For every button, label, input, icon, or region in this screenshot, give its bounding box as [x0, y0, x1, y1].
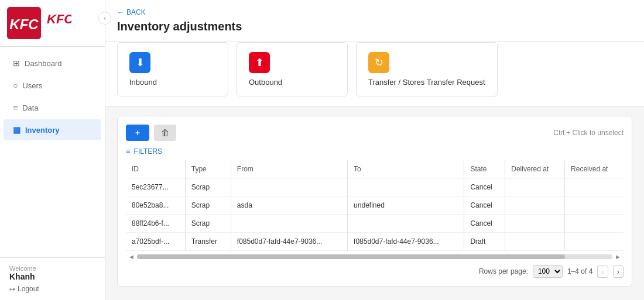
sidebar: KFC KFC ⊞ Dashboard ○ Users ≡ Data ▦ Inv… [0, 0, 105, 300]
cell-delivered [505, 178, 565, 196]
inbound-icon: ⬇ [129, 52, 150, 73]
inventory-icon: ▦ [13, 125, 20, 135]
cell-delivered [505, 233, 565, 251]
cell-state: Draft [464, 233, 505, 251]
back-label: BACK [126, 8, 146, 16]
cell-to: f085d0d7-fafd-44e7-9036... [348, 233, 464, 251]
sidebar-item-users[interactable]: ○ Users [4, 75, 101, 96]
scroll-right-arrow[interactable]: ► [612, 253, 624, 260]
scroll-left-arrow[interactable]: ◄ [126, 253, 137, 260]
delete-button[interactable]: 🗑 [154, 125, 176, 141]
back-arrow-icon: ← [117, 8, 124, 16]
col-id: ID [126, 160, 185, 178]
main-header: ← BACK Inventory adjustments [105, 0, 644, 42]
table-row[interactable]: a7025bdf-... Transfer f085d0d7-fafd-44e7… [126, 233, 624, 251]
rows-per-page-select[interactable]: 100 50 25 [533, 265, 563, 278]
users-icon: ○ [13, 81, 18, 90]
cell-type: Transfer [185, 233, 231, 251]
cell-id: 5ec23677... [126, 178, 185, 196]
ctrl-hint: Ctrl + Click to unselect [553, 129, 624, 137]
chevron-left-icon: ‹ [104, 15, 106, 22]
table-row[interactable]: 88ff24b6-f... Scrap Cancel [126, 215, 624, 233]
cell-delivered [505, 196, 565, 215]
sidebar-collapse-button[interactable]: ‹ [98, 12, 111, 25]
cell-received [565, 215, 624, 233]
cell-from: asda [231, 196, 347, 215]
prev-page-button[interactable]: ‹ [597, 265, 608, 278]
filters-label: FILTERS [134, 147, 162, 156]
data-icon: ≡ [13, 103, 18, 112]
svg-text:KFC: KFC [47, 12, 71, 26]
cell-from [231, 215, 347, 233]
sidebar-item-label: Dashboard [25, 59, 62, 68]
table-row[interactable]: 5ec23677... Scrap Cancel [126, 178, 624, 196]
table-row[interactable]: 80e52ba8... Scrap asda undefined Cancel [126, 196, 624, 215]
cell-state: Cancel [464, 215, 505, 233]
sidebar-item-label: Users [22, 81, 42, 90]
outbound-icon: ⬆ [249, 52, 270, 73]
filters-row[interactable]: ≡ FILTERS [126, 147, 624, 156]
logout-icon: ↦ [9, 285, 15, 293]
transfer-icon: ↻ [368, 52, 389, 73]
cell-from: f085d0d7-fafd-44e7-9036... [231, 233, 347, 251]
add-button[interactable]: + [126, 125, 149, 141]
filter-icon: ≡ [126, 147, 131, 156]
pagination: Rows per page: 100 50 25 1–4 of 4 ‹ › [126, 265, 624, 278]
next-page-button[interactable]: › [613, 265, 624, 278]
cell-type: Scrap [185, 178, 231, 196]
card-outbound-label: Outbound [249, 78, 282, 87]
sidebar-item-label: Data [22, 104, 38, 112]
card-transfer-label: Transfer / Stores Transfer Request [368, 78, 485, 87]
cell-id: a7025bdf-... [126, 233, 185, 251]
main-content: ← BACK Inventory adjustments ⬇ Inbound ⬆… [105, 0, 644, 300]
scroll-thumb [137, 254, 565, 259]
cell-state: Cancel [464, 178, 505, 196]
sidebar-nav: ⊞ Dashboard ○ Users ≡ Data ▦ Inventory [0, 47, 105, 257]
col-received: Received at [565, 160, 624, 178]
content-area: + 🗑 Ctrl + Click to unselect ≡ FILTERS I… [105, 106, 644, 300]
cards-row: ⬇ Inbound ⬆ Outbound ↻ Transfer / Stores… [105, 42, 644, 106]
scroll-bar[interactable] [137, 254, 612, 259]
logout-button[interactable]: ↦ Logout [9, 285, 95, 293]
card-inbound[interactable]: ⬇ Inbound [117, 42, 228, 96]
page-title: Inventory adjustments [117, 20, 632, 33]
cell-received [565, 196, 624, 215]
col-state: State [464, 160, 505, 178]
card-transfer[interactable]: ↻ Transfer / Stores Transfer Request [356, 42, 498, 96]
cell-type: Scrap [185, 196, 231, 215]
kfc-logo: KFC KFC [7, 7, 71, 39]
logout-label: Logout [18, 285, 39, 293]
sidebar-item-inventory[interactable]: ▦ Inventory [4, 119, 101, 140]
cell-received [565, 178, 624, 196]
dashboard-icon: ⊞ [13, 58, 20, 68]
cell-delivered [505, 215, 565, 233]
cell-to [348, 178, 464, 196]
table-wrap: ID Type From To State Delivered at Recei… [126, 160, 624, 251]
cell-id: 80e52ba8... [126, 196, 185, 215]
col-to: To [348, 160, 464, 178]
scroll-bar-row: ◄ ► [126, 253, 624, 260]
pagination-range: 1–4 of 4 [567, 267, 592, 275]
cell-received [565, 233, 624, 251]
cell-state: Cancel [464, 196, 505, 215]
toolbar-left: + 🗑 [126, 125, 176, 141]
cell-from [231, 178, 347, 196]
cell-id: 88ff24b6-f... [126, 215, 185, 233]
user-name: Khanh [9, 272, 95, 281]
content-box: + 🗑 Ctrl + Click to unselect ≡ FILTERS I… [117, 116, 632, 287]
rows-per-page-label: Rows per page: [479, 267, 528, 275]
col-type: Type [185, 160, 231, 178]
delete-icon: 🗑 [161, 128, 169, 137]
col-from: From [231, 160, 347, 178]
sidebar-item-label: Inventory [25, 126, 60, 135]
table-header-row: ID Type From To State Delivered at Recei… [126, 160, 624, 178]
welcome-text: Welcome [9, 265, 95, 272]
back-link[interactable]: ← BACK [117, 8, 632, 16]
card-inbound-label: Inbound [129, 78, 157, 87]
col-delivered: Delivered at [505, 160, 565, 178]
card-outbound[interactable]: ⬆ Outbound [237, 42, 348, 96]
sidebar-item-data[interactable]: ≡ Data [4, 97, 101, 118]
inventory-table: ID Type From To State Delivered at Recei… [126, 160, 624, 251]
toolbar: + 🗑 Ctrl + Click to unselect [126, 125, 624, 141]
sidebar-item-dashboard[interactable]: ⊞ Dashboard [4, 53, 101, 74]
